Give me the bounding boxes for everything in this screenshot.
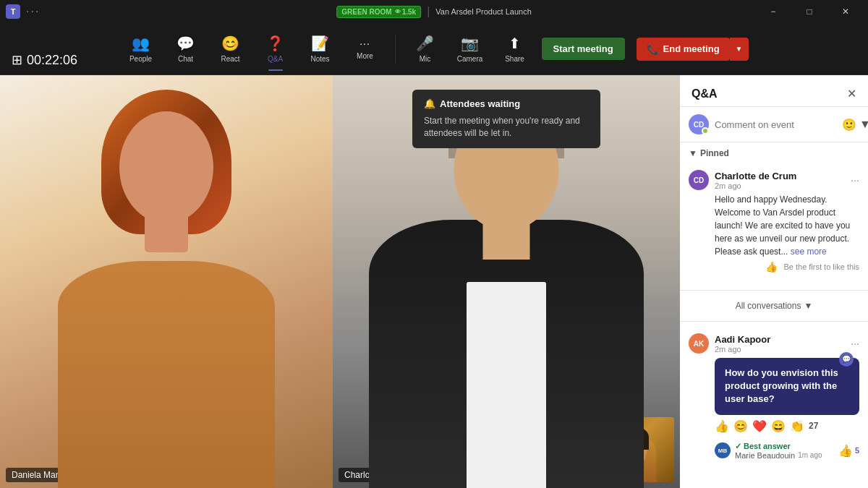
share-label: Share — [505, 55, 524, 63]
pinned-message-user: CD Charlotte de Crum 2m ago — [689, 170, 796, 190]
reaction-count: 27 — [809, 421, 818, 431]
ba-like-icon[interactable]: 👍 — [838, 444, 853, 458]
title-bar-center: GREEN ROOM 👁 1.5k | Van Arsdel Product L… — [336, 5, 532, 18]
section-divider — [680, 290, 868, 291]
end-meeting-chevron[interactable]: ▼ — [730, 38, 749, 61]
clap-reaction[interactable]: 👏 — [790, 419, 804, 433]
viewers-badge: 👁 1.5k — [395, 8, 416, 16]
all-conversations-toggle[interactable]: All conversations ▼ — [680, 296, 868, 315]
online-indicator — [702, 127, 709, 134]
qa-header: Q&A ✕ — [680, 75, 868, 107]
toolbar: ⊞ 00:22:06 👥 People 💬 Chat 😊 React ❓ Q&A… — [0, 23, 868, 75]
question-bubble: 💬 How do you envision this product growi… — [715, 358, 859, 415]
attendees-waiting-body: Start the meeting when you're ready and … — [424, 115, 589, 140]
start-meeting-button[interactable]: Start meeting — [542, 38, 625, 60]
qa-messages-scroll[interactable]: ▼ Pinned CD Charlotte de Crum 2m ago — [680, 142, 868, 488]
pinned-message-menu[interactable]: ··· — [851, 174, 859, 186]
qa-label: Q&A — [268, 55, 283, 63]
share-icon: ⬆ — [509, 35, 521, 52]
camera-label: Camera — [457, 55, 483, 63]
best-answer-meta: Marie Beaudouin 1m ago — [735, 451, 822, 460]
green-room-label: GREEN ROOM — [341, 8, 391, 16]
pinned-message-time: 2m ago — [715, 181, 796, 190]
chat-label: Chat — [178, 55, 193, 63]
qa-button[interactable]: ❓ Q&A — [255, 26, 297, 72]
people-button[interactable]: 👥 People — [120, 26, 162, 72]
end-meeting-button[interactable]: 📞 End meeting — [637, 38, 730, 61]
video-area: Daniela Mandera 🔔 Attendees waiting — [0, 75, 680, 488]
question-header: AK Aadi Kapoor 2m ago ··· — [689, 333, 859, 354]
charlotte-avatar: CD — [689, 170, 709, 190]
question-time: 2m ago — [715, 345, 770, 354]
pinned-section: ▼ Pinned CD Charlotte de Crum 2m ago — [680, 142, 868, 284]
qa-panel: Q&A ✕ CD 🙂 ▼ ▼ Pinned — [680, 75, 868, 488]
thumbs-up-reaction[interactable]: 👍 — [715, 419, 729, 433]
question-menu[interactable]: ··· — [851, 338, 859, 349]
video-left: Daniela Mandera — [0, 75, 333, 488]
camera-icon: 📷 — [461, 35, 479, 52]
camera-button[interactable]: 📷 Camera — [449, 26, 491, 72]
timer-value: 00:22:06 — [27, 53, 77, 68]
notes-label: Notes — [310, 55, 329, 63]
marie-avatar: MB — [715, 442, 731, 458]
app-menu-dots[interactable]: ··· — [26, 5, 40, 18]
smile-reaction[interactable]: 😊 — [733, 419, 748, 433]
aadi-avatar: AK — [689, 333, 709, 354]
best-answer-info: ✓ Best answer Marie Beaudouin 1m ago — [735, 442, 822, 460]
question-icon: 💬 — [839, 352, 854, 367]
best-answer-label: ✓ Best answer — [735, 442, 822, 451]
window-controls: − □ ✕ — [757, 0, 862, 23]
toolbar-divider — [395, 35, 396, 64]
app-logo: T — [6, 4, 20, 19]
qa-icon: ❓ — [266, 35, 284, 52]
minimize-button[interactable]: − — [757, 0, 790, 23]
chat-icon: 💬 — [176, 35, 195, 52]
question-user: AK Aadi Kapoor 2m ago — [689, 333, 770, 354]
more-label: More — [357, 52, 373, 60]
ba-likes-count: 5 — [855, 446, 859, 455]
laugh-reaction[interactable]: 😄 — [771, 419, 786, 433]
best-answer-author: Marie Beaudouin — [735, 451, 795, 460]
title-bar: T ··· GREEN ROOM 👁 1.5k | Van Arsdel Pro… — [0, 0, 868, 23]
meeting-timer: ⊞ 00:22:06 — [12, 52, 77, 68]
bell-icon: 🔔 — [424, 98, 435, 109]
close-button[interactable]: ✕ — [829, 0, 862, 23]
question-author-info: Aadi Kapoor 2m ago — [715, 334, 770, 354]
like-text: Be the first to like this — [783, 262, 859, 271]
section-divider-2 — [680, 321, 868, 322]
mic-label: Mic — [420, 55, 431, 63]
notes-icon: 📝 — [311, 35, 329, 52]
reaction-row: 👍 😊 ❤️ 😄 👏 27 — [715, 419, 859, 433]
input-icons: 🙂 ▼ — [842, 118, 868, 132]
react-icon: 😊 — [221, 35, 239, 52]
like-button[interactable]: 👍 — [765, 261, 778, 273]
best-answer-left: MB ✓ Best answer Marie Beaudouin 1m ago — [715, 442, 822, 460]
comment-input[interactable] — [715, 119, 836, 130]
attendees-tooltip: 🔔 Attendees waiting Start the meeting wh… — [412, 90, 600, 148]
current-user-avatar: CD — [689, 114, 709, 134]
notes-button[interactable]: 📝 Notes — [299, 26, 341, 72]
people-label: People — [129, 55, 152, 63]
qa-close-button[interactable]: ✕ — [847, 87, 856, 100]
heart-reaction[interactable]: ❤️ — [752, 419, 767, 433]
pinned-message: CD Charlotte de Crum 2m ago ··· Hello an… — [689, 164, 859, 278]
more-button[interactable]: ··· More — [344, 26, 386, 72]
see-more-link[interactable]: see more — [791, 247, 827, 257]
maximize-button[interactable]: □ — [793, 0, 826, 23]
best-answer-time: 1m ago — [798, 451, 822, 459]
pinned-author-info: Charlotte de Crum 2m ago — [715, 171, 796, 190]
smiley-icon[interactable]: 🙂 — [842, 118, 856, 132]
share-button[interactable]: ⬆ Share — [494, 26, 536, 72]
qa-title: Q&A — [692, 87, 718, 100]
meeting-title: Van Arsdel Product Launch — [435, 7, 532, 16]
pinned-like-row: 👍 Be the first to like this — [689, 261, 859, 273]
chat-button[interactable]: 💬 Chat — [165, 26, 207, 72]
video-right: 🔔 Attendees waiting Start the meeting wh… — [333, 75, 680, 488]
expand-icon[interactable]: ▼ — [859, 118, 868, 132]
mic-button[interactable]: 🎤 Mic — [404, 26, 446, 72]
more-icon: ··· — [359, 38, 370, 49]
title-separator: | — [427, 5, 430, 18]
react-button[interactable]: 😊 React — [210, 26, 252, 72]
chevron-down-icon: ▼ — [804, 301, 812, 311]
check-icon: ✓ — [735, 442, 741, 451]
